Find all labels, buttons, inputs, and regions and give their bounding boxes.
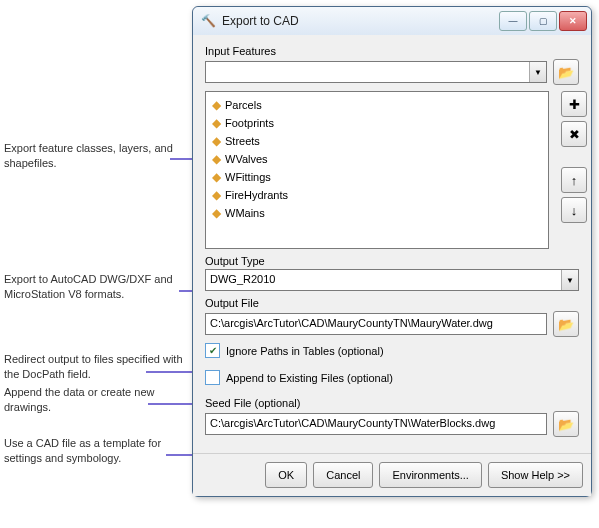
list-item-label: FireHydrants [225,189,288,201]
window-title: Export to CAD [222,14,497,28]
folder-icon: 📂 [558,417,574,432]
annotation-seed: Use a CAD file as a template for setting… [4,436,184,466]
annotation-docpath: Redirect output to files specified with … [4,352,184,382]
add-button[interactable]: ✚ [561,91,587,117]
output-file-field[interactable]: C:\arcgis\ArcTutor\CAD\MauryCountyTN\Mau… [205,313,547,335]
list-side-buttons: ✚ ✖ ↑ ↓ [555,91,579,223]
titlebar[interactable]: 🔨 Export to CAD — ▢ ✕ [193,7,591,35]
feature-class-icon: ◆ [212,98,221,112]
list-item[interactable]: ◆Footprints [208,114,546,132]
ignore-paths-row[interactable]: ✔ Ignore Paths in Tables (optional) [205,343,579,358]
list-item[interactable]: ◆FireHydrants [208,186,546,204]
chevron-down-icon[interactable]: ▼ [561,270,578,290]
list-item-label: Parcels [225,99,262,111]
list-item-label: WValves [225,153,268,165]
ignore-paths-label: Ignore Paths in Tables (optional) [226,345,384,357]
remove-button[interactable]: ✖ [561,121,587,147]
features-listbox[interactable]: ◆Parcels ◆Footprints ◆Streets ◆WValves ◆… [205,91,549,249]
seed-file-field[interactable]: C:\arcgis\ArcTutor\CAD\MauryCountyTN\Wat… [205,413,547,435]
browse-input-button[interactable]: 📂 [553,59,579,85]
list-item-label: Streets [225,135,260,147]
hammer-icon: 🔨 [201,14,216,28]
maximize-button[interactable]: ▢ [529,11,557,31]
environments-button[interactable]: Environments... [379,462,481,488]
input-features-label: Input Features [205,45,579,57]
show-help-button[interactable]: Show Help >> [488,462,583,488]
list-item[interactable]: ◆Streets [208,132,546,150]
list-item[interactable]: ◆WValves [208,150,546,168]
export-to-cad-window: 🔨 Export to CAD — ▢ ✕ Input Features ▼ 📂… [192,6,592,497]
annotation-export-features: Export feature classes, layers, and shap… [4,141,184,171]
chevron-down-icon[interactable]: ▼ [529,62,546,82]
feature-class-icon: ◆ [212,152,221,166]
output-type-value: DWG_R2010 [206,270,561,290]
input-features-combo[interactable]: ▼ [205,61,547,83]
append-existing-label: Append to Existing Files (optional) [226,372,393,384]
append-existing-row[interactable]: Append to Existing Files (optional) [205,370,579,385]
output-file-label: Output File [205,297,579,309]
browse-output-button[interactable]: 📂 [553,311,579,337]
feature-class-icon: ◆ [212,170,221,184]
move-up-button[interactable]: ↑ [561,167,587,193]
minimize-button[interactable]: — [499,11,527,31]
list-item-label: WFittings [225,171,271,183]
list-item[interactable]: ◆Parcels [208,96,546,114]
browse-seed-button[interactable]: 📂 [553,411,579,437]
output-type-label: Output Type [205,255,579,267]
feature-class-icon: ◆ [212,206,221,220]
input-features-value [206,62,529,82]
list-item[interactable]: ◆WFittings [208,168,546,186]
ok-button[interactable]: OK [265,462,307,488]
list-item-label: Footprints [225,117,274,129]
append-existing-checkbox[interactable] [205,370,220,385]
folder-icon: 📂 [558,317,574,332]
annotation-append: Append the data or create new drawings. [4,385,184,415]
seed-file-label: Seed File (optional) [205,397,579,409]
annotation-export-formats: Export to AutoCAD DWG/DXF and MicroStati… [4,272,184,302]
ignore-paths-checkbox[interactable]: ✔ [205,343,220,358]
client-area: Input Features ▼ 📂 ◆Parcels ◆Footprints … [193,35,591,453]
output-type-combo[interactable]: DWG_R2010 ▼ [205,269,579,291]
feature-class-icon: ◆ [212,116,221,130]
move-down-button[interactable]: ↓ [561,197,587,223]
close-button[interactable]: ✕ [559,11,587,31]
feature-class-icon: ◆ [212,188,221,202]
feature-class-icon: ◆ [212,134,221,148]
folder-icon: 📂 [558,65,574,80]
list-item-label: WMains [225,207,265,219]
button-bar: OK Cancel Environments... Show Help >> [193,453,591,496]
cancel-button[interactable]: Cancel [313,462,373,488]
list-item[interactable]: ◆WMains [208,204,546,222]
